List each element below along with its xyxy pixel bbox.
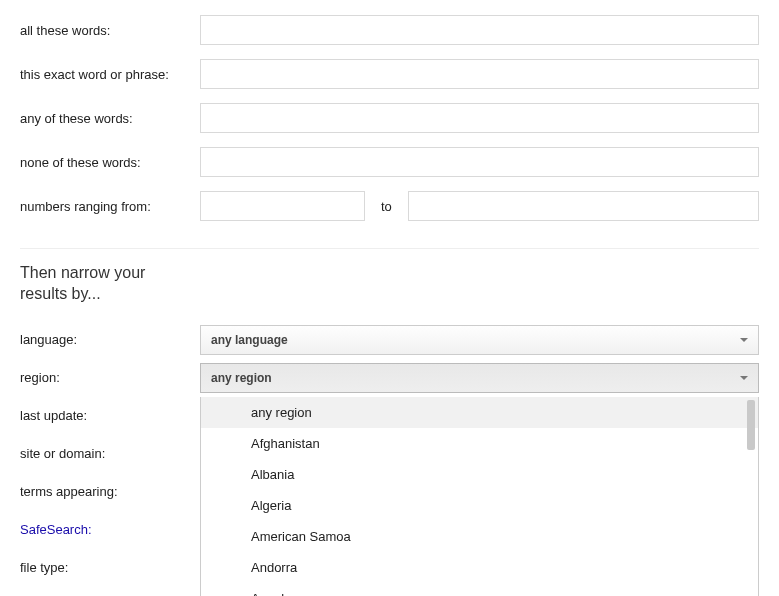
scrollbar-thumb[interactable] xyxy=(747,400,755,450)
input-range-from[interactable] xyxy=(200,191,365,221)
row-region: region: any region xyxy=(0,359,779,397)
region-option[interactable]: any region xyxy=(201,397,758,428)
region-option[interactable]: Angola xyxy=(201,583,758,596)
row-none-words: none of these words: xyxy=(20,142,759,182)
region-option[interactable]: Albania xyxy=(201,459,758,490)
select-region[interactable]: any region xyxy=(200,363,759,393)
input-any-words[interactable] xyxy=(200,103,759,133)
section-divider xyxy=(20,248,759,249)
select-language-value: any language xyxy=(211,333,288,347)
label-exact-phrase: this exact word or phrase: xyxy=(20,67,200,82)
input-range-to[interactable] xyxy=(408,191,759,221)
row-exact-phrase: this exact word or phrase: xyxy=(20,54,759,94)
region-dropdown[interactable]: any region Afghanistan Albania Algeria A… xyxy=(200,397,759,596)
row-language: language: any language xyxy=(0,321,779,359)
label-last-update: last update: xyxy=(20,408,200,423)
input-exact-phrase[interactable] xyxy=(200,59,759,89)
narrow-heading: Then narrow your results by... xyxy=(0,263,200,305)
input-none-words[interactable] xyxy=(200,147,759,177)
select-region-value: any region xyxy=(211,371,272,385)
label-numbers-range: numbers ranging from: xyxy=(20,199,200,214)
region-option[interactable]: American Samoa xyxy=(201,521,758,552)
row-any-words: any of these words: xyxy=(20,98,759,138)
label-terms-appearing: terms appearing: xyxy=(20,484,200,499)
region-option[interactable]: Andorra xyxy=(201,552,758,583)
label-site-domain: site or domain: xyxy=(20,446,200,461)
input-all-words[interactable] xyxy=(200,15,759,45)
chevron-down-icon xyxy=(740,376,748,380)
select-language[interactable]: any language xyxy=(200,325,759,355)
label-any-words: any of these words: xyxy=(20,111,200,126)
label-all-words: all these words: xyxy=(20,23,200,38)
region-option[interactable]: Algeria xyxy=(201,490,758,521)
label-file-type: file type: xyxy=(20,560,200,575)
label-safesearch[interactable]: SafeSearch: xyxy=(20,522,200,537)
row-all-words: all these words: xyxy=(20,10,759,50)
label-range-to: to xyxy=(381,199,392,214)
region-option[interactable]: Afghanistan xyxy=(201,428,758,459)
chevron-down-icon xyxy=(740,338,748,342)
label-language: language: xyxy=(20,332,200,347)
label-region: region: xyxy=(20,370,200,385)
row-numbers-range: numbers ranging from: to xyxy=(20,186,759,226)
dropdown-and-rows: last update: site or domain: terms appea… xyxy=(0,397,779,587)
find-pages-form: all these words: this exact word or phra… xyxy=(0,10,779,226)
label-none-words: none of these words: xyxy=(20,155,200,170)
